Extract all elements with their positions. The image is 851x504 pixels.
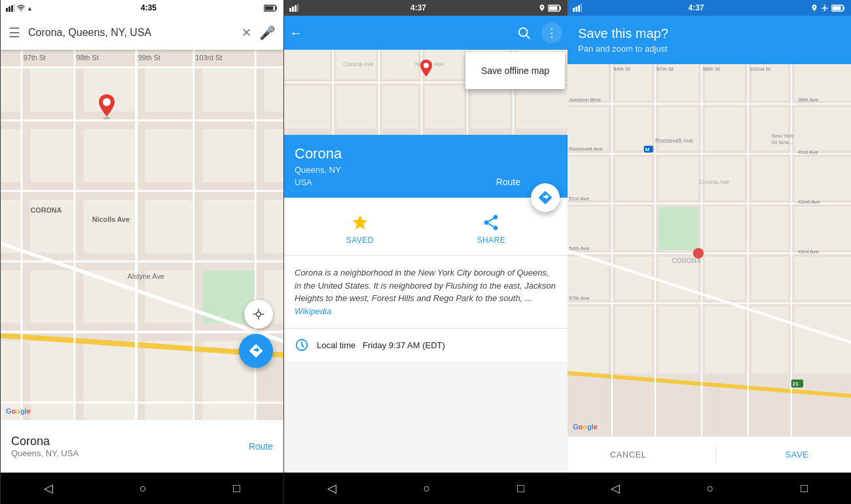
svg-text:Roosevelt Ave: Roosevelt Ave (655, 137, 693, 144)
svg-text:51st Ave: 51st Ave (569, 196, 589, 202)
mic-icon[interactable]: 🎤 (259, 25, 276, 41)
svg-text:97th St: 97th St (657, 66, 674, 72)
svg-rect-148 (659, 207, 698, 250)
route-fab-button-1[interactable] (239, 334, 273, 368)
map-area-1[interactable]: 42nd Ave 43rd Ave 45th Ave 46th Ave 57th… (1, 50, 283, 420)
svg-rect-107 (581, 4, 582, 12)
wifi-icon (17, 4, 25, 12)
google-logo-3: Google (573, 423, 598, 431)
save-map-subtitle: Pan and zoom to adjust (578, 44, 841, 54)
info-subtitle-line1: Queens, NY (295, 165, 557, 175)
svg-rect-2 (11, 5, 13, 12)
svg-rect-25 (145, 200, 194, 253)
svg-rect-15 (264, 67, 283, 111)
svg-text:57th Ave: 57th Ave (569, 295, 590, 301)
saved-button[interactable]: SAVED (346, 213, 374, 245)
back-button-3[interactable]: ◁ (611, 481, 620, 495)
location-icon-3 (810, 4, 818, 12)
panel-2: 4:37 ← ⋮ (284, 0, 568, 504)
svg-rect-3 (14, 4, 15, 12)
route-label-2[interactable]: Route (496, 177, 520, 187)
home-button-2[interactable]: ○ (424, 482, 431, 495)
recent-button-3[interactable]: □ (801, 482, 808, 495)
directions-icon-2 (537, 190, 553, 206)
signal-icon-3 (573, 4, 582, 12)
local-time-text: Local time Friday 9:37 AM (EDT) (317, 340, 445, 350)
signal-icon-2 (289, 4, 299, 12)
wikipedia-link[interactable]: Wikipedia (295, 306, 331, 316)
svg-text:Corona Ave: Corona Ave (343, 61, 374, 67)
clear-icon[interactable]: ✕ (242, 26, 251, 40)
panel-1: ▲ 4:35 ☰ ✕ 🎤 (0, 0, 284, 504)
map-area-3[interactable]: Junction Blvd Roosevelt Ave 51st Ave 54t… (568, 64, 851, 436)
status-bar-2: 4:37 (284, 0, 568, 16)
svg-rect-120 (659, 107, 698, 151)
svg-rect-21 (264, 129, 283, 182)
more-options-icon[interactable]: ⋮ (541, 22, 562, 43)
svg-text:Alstyne Ave: Alstyne Ave (128, 272, 164, 280)
status-bar-right-1 (264, 4, 278, 12)
save-offline-map-item[interactable]: Save offline map (465, 58, 565, 84)
map-svg-3: Junction Blvd Roosevelt Ave 51st Ave 54t… (568, 64, 851, 436)
svg-rect-92 (471, 86, 510, 128)
svg-text:M: M (645, 147, 650, 153)
saved-label: SAVED (346, 236, 374, 245)
back-button-2[interactable]: ◁ (327, 481, 336, 495)
svg-point-102 (424, 63, 429, 68)
route-button-1[interactable]: Route (249, 441, 273, 452)
save-map-title: Save this map? (578, 26, 841, 41)
svg-text:98th St: 98th St (703, 66, 720, 72)
status-bar-right-3 (810, 4, 846, 12)
share-button[interactable]: SHARE (477, 213, 505, 245)
save-map-header: Save this map? Pan and zoom to adjust (568, 16, 851, 64)
svg-rect-117 (795, 64, 851, 101)
battery-icon-2 (548, 4, 562, 12)
svg-rect-77 (560, 7, 561, 10)
svg-text:97th St: 97th St (24, 54, 46, 62)
svg-text:43rd Ave: 43rd Ave (798, 249, 819, 255)
home-button-1[interactable]: ○ (139, 482, 147, 495)
actions-row: SAVED SHARE (284, 198, 568, 256)
route-fab-button-2[interactable] (531, 183, 560, 212)
svg-rect-1 (9, 7, 10, 12)
search-icon-2[interactable] (516, 26, 531, 40)
svg-rect-104 (573, 8, 575, 12)
locate-me-button[interactable] (244, 300, 273, 329)
svg-rect-142 (568, 306, 609, 372)
svg-rect-14 (202, 67, 255, 111)
svg-rect-73 (292, 7, 294, 12)
recent-button-2[interactable]: □ (517, 482, 524, 495)
location-subtitle-1: Queens, NY, USA (11, 448, 79, 458)
cancel-button[interactable]: CANCEL (594, 450, 662, 459)
svg-rect-8 (265, 7, 274, 10)
svg-rect-36 (83, 341, 136, 420)
save-button[interactable]: SAVE (770, 450, 825, 459)
battery-icon-3 (831, 4, 846, 12)
divider (715, 447, 716, 463)
map-svg-1: 42nd Ave 43rd Ave 45th Ave 46th Ave 57th… (1, 50, 283, 420)
recent-button-1[interactable]: □ (233, 482, 240, 495)
map-area-2[interactable]: Corona Ave Nicolls Ave Save offline map (284, 50, 568, 135)
svg-text:Of Scie...: Of Scie... (771, 139, 793, 145)
svg-rect-17 (31, 129, 75, 182)
svg-rect-7 (276, 7, 277, 10)
svg-text:102nd St: 102nd St (750, 66, 771, 72)
description-section: Corona is a neighborhood in the New York… (284, 256, 568, 329)
home-button-3[interactable]: ○ (707, 482, 714, 495)
svg-rect-37 (145, 341, 194, 420)
svg-rect-72 (289, 8, 291, 12)
svg-rect-88 (284, 86, 330, 128)
my-location-icon (252, 308, 265, 321)
svg-rect-119 (615, 107, 652, 151)
svg-rect-131 (615, 207, 652, 250)
status-bar-time-1: 4:35 (141, 3, 156, 12)
menu-icon[interactable]: ☰ (9, 25, 20, 41)
bottom-info-panel-1: Corona Queens, NY, USA Route (1, 420, 283, 473)
svg-rect-27 (264, 200, 283, 253)
star-icon (351, 213, 369, 232)
status-bar-3: 4:37 (568, 0, 851, 16)
search-input-1[interactable] (28, 27, 234, 39)
svg-text:Nicolls Ave: Nicolls Ave (92, 215, 130, 223)
back-button-1[interactable]: ◁ (44, 481, 53, 495)
back-arrow-icon[interactable]: ← (289, 26, 302, 41)
